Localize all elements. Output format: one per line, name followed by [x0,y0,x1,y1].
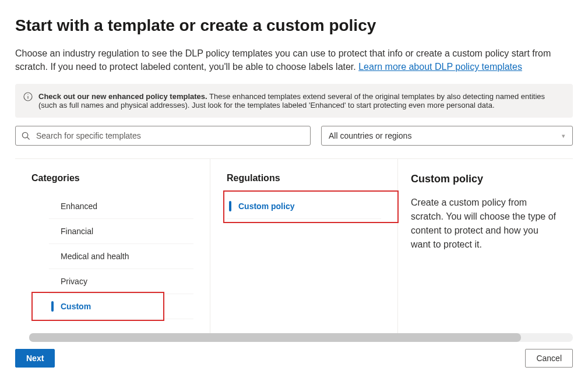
template-columns: Categories Enhanced Financial Medical an… [15,158,573,333]
category-financial[interactable]: Financial [49,219,193,244]
category-medical[interactable]: Medical and health [49,244,193,269]
regulation-custom-label: Custom policy [238,202,294,211]
categories-column: Categories Enhanced Financial Medical an… [15,159,210,333]
policy-template-page: Start with a template or create a custom… [0,0,588,333]
highlight-box-icon [31,292,164,321]
search-icon [22,132,30,140]
page-title: Start with a template or create a custom… [15,16,573,35]
category-privacy[interactable]: Privacy [49,269,193,294]
enhanced-templates-notice: Check out our new enhanced policy templa… [15,84,573,118]
horizontal-scrollbar[interactable] [29,333,573,342]
details-body: Create a custom policy from scratch. You… [411,196,557,252]
svg-line-4 [27,137,30,139]
scrollbar-thumb[interactable] [29,333,521,342]
category-custom-label: Custom [61,302,91,311]
categories-heading: Categories [31,173,193,183]
category-enhanced[interactable]: Enhanced [49,194,193,219]
notice-bold: Check out our new enhanced policy templa… [38,92,207,101]
template-search[interactable] [15,126,311,146]
intro-paragraph: Choose an industry regulation to see the… [15,47,573,73]
chevron-down-icon: ▾ [562,132,565,140]
regulation-custom-policy[interactable]: Custom policy [227,194,381,219]
filter-row: All countries or regions ▾ [15,126,573,146]
details-title: Custom policy [411,173,557,185]
regulations-heading: Regulations [227,173,381,183]
regulations-column: Regulations Custom policy [210,159,398,333]
details-column: Custom policy Create a custom policy fro… [398,159,573,333]
region-dropdown[interactable]: All countries or regions ▾ [321,126,573,146]
svg-point-3 [22,132,27,137]
info-icon [23,92,33,101]
cancel-button[interactable]: Cancel [525,349,573,368]
next-button[interactable]: Next [15,349,55,368]
search-input[interactable] [35,130,304,141]
region-value: All countries or regions [329,131,411,140]
category-custom[interactable]: Custom [49,294,193,319]
svg-point-2 [27,94,28,95]
learn-more-link[interactable]: Learn more about DLP policy templates [358,62,522,72]
wizard-footer: Next Cancel [0,342,588,376]
